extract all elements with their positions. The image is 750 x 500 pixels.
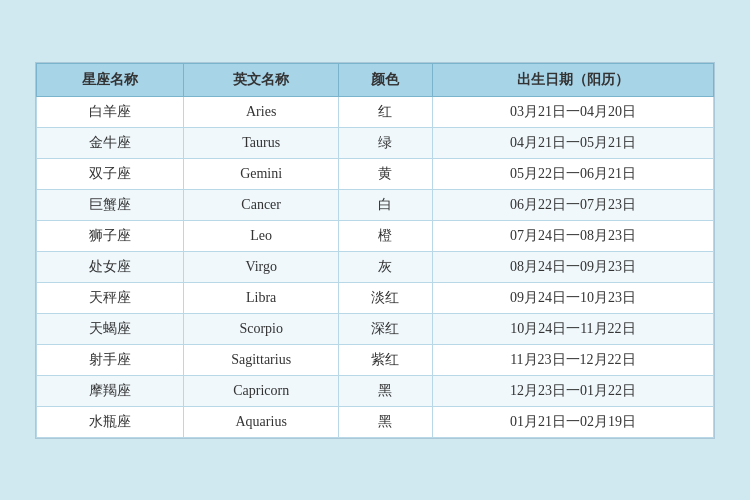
table-cell: 淡红 [339, 282, 433, 313]
table-cell: Virgo [184, 251, 339, 282]
table-cell: 红 [339, 96, 433, 127]
table-cell: 处女座 [37, 251, 184, 282]
table-cell: 摩羯座 [37, 375, 184, 406]
table-cell: Aquarius [184, 406, 339, 437]
table-cell: 白 [339, 189, 433, 220]
table-cell: 水瓶座 [37, 406, 184, 437]
table-cell: 黑 [339, 375, 433, 406]
table-cell: 03月21日一04月20日 [432, 96, 713, 127]
table-cell: Capricorn [184, 375, 339, 406]
table-cell: 天秤座 [37, 282, 184, 313]
table-row: 巨蟹座Cancer白06月22日一07月23日 [37, 189, 714, 220]
table-row: 白羊座Aries红03月21日一04月20日 [37, 96, 714, 127]
table-row: 处女座Virgo灰08月24日一09月23日 [37, 251, 714, 282]
table-cell: Cancer [184, 189, 339, 220]
table-row: 双子座Gemini黄05月22日一06月21日 [37, 158, 714, 189]
table-cell: 01月21日一02月19日 [432, 406, 713, 437]
table-cell: 11月23日一12月22日 [432, 344, 713, 375]
table-cell: 射手座 [37, 344, 184, 375]
table-cell: 绿 [339, 127, 433, 158]
table-cell: 灰 [339, 251, 433, 282]
table-cell: Sagittarius [184, 344, 339, 375]
table-cell: 05月22日一06月21日 [432, 158, 713, 189]
table-cell: Taurus [184, 127, 339, 158]
table-cell: 08月24日一09月23日 [432, 251, 713, 282]
table-cell: 12月23日一01月22日 [432, 375, 713, 406]
table-header-cell: 颜色 [339, 63, 433, 96]
table-cell: Libra [184, 282, 339, 313]
table-cell: 07月24日一08月23日 [432, 220, 713, 251]
table-row: 狮子座Leo橙07月24日一08月23日 [37, 220, 714, 251]
table-cell: 双子座 [37, 158, 184, 189]
table-cell: 04月21日一05月21日 [432, 127, 713, 158]
table-cell: 金牛座 [37, 127, 184, 158]
zodiac-table-wrapper: 星座名称英文名称颜色出生日期（阳历） 白羊座Aries红03月21日一04月20… [35, 62, 715, 439]
table-row: 摩羯座Capricorn黑12月23日一01月22日 [37, 375, 714, 406]
table-cell: 10月24日一11月22日 [432, 313, 713, 344]
table-header-cell: 出生日期（阳历） [432, 63, 713, 96]
table-cell: Leo [184, 220, 339, 251]
table-cell: 巨蟹座 [37, 189, 184, 220]
table-cell: 狮子座 [37, 220, 184, 251]
table-cell: 白羊座 [37, 96, 184, 127]
table-cell: 黄 [339, 158, 433, 189]
table-cell: 09月24日一10月23日 [432, 282, 713, 313]
table-body: 白羊座Aries红03月21日一04月20日金牛座Taurus绿04月21日一0… [37, 96, 714, 437]
table-cell: 紫红 [339, 344, 433, 375]
table-row: 射手座Sagittarius紫红11月23日一12月22日 [37, 344, 714, 375]
table-row: 天蝎座Scorpio深红10月24日一11月22日 [37, 313, 714, 344]
table-row: 水瓶座Aquarius黑01月21日一02月19日 [37, 406, 714, 437]
table-cell: 橙 [339, 220, 433, 251]
table-cell: Gemini [184, 158, 339, 189]
table-cell: Scorpio [184, 313, 339, 344]
table-cell: Aries [184, 96, 339, 127]
table-row: 金牛座Taurus绿04月21日一05月21日 [37, 127, 714, 158]
table-header-row: 星座名称英文名称颜色出生日期（阳历） [37, 63, 714, 96]
table-cell: 黑 [339, 406, 433, 437]
table-header-cell: 英文名称 [184, 63, 339, 96]
table-cell: 深红 [339, 313, 433, 344]
table-header-cell: 星座名称 [37, 63, 184, 96]
table-cell: 天蝎座 [37, 313, 184, 344]
zodiac-table: 星座名称英文名称颜色出生日期（阳历） 白羊座Aries红03月21日一04月20… [36, 63, 714, 438]
table-row: 天秤座Libra淡红09月24日一10月23日 [37, 282, 714, 313]
table-cell: 06月22日一07月23日 [432, 189, 713, 220]
